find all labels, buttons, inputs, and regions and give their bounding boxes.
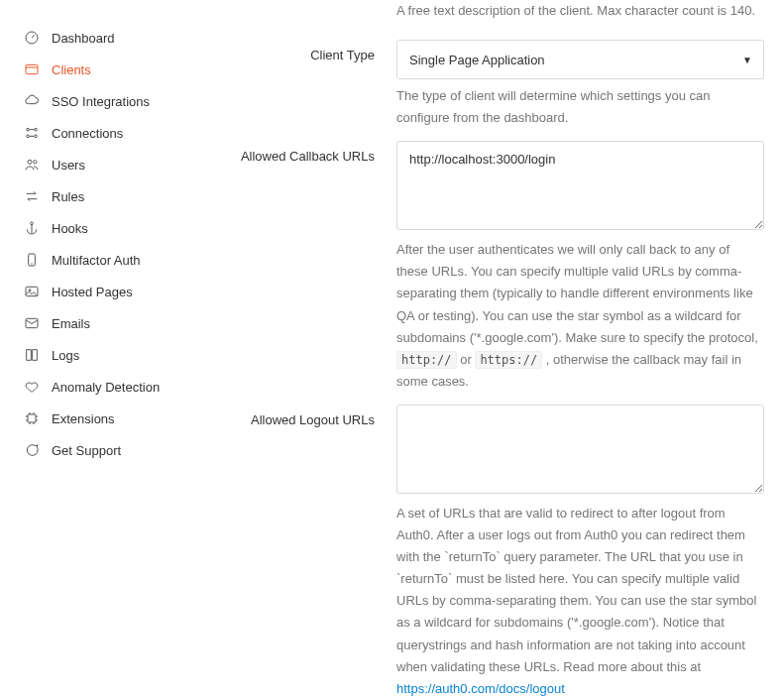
sidebar-item-sso[interactable]: SSO Integrations [24,85,198,117]
sidebar-item-label: Hosted Pages [52,285,133,299]
svg-point-5 [35,135,38,138]
sidebar-item-label: Dashboard [52,31,115,46]
svg-point-7 [34,161,37,164]
client-type-row: Client Type Single Page Application ▼ Th… [198,40,764,129]
gauge-icon [24,30,40,46]
sidebar: Dashboard Clients SSO Integrations Conne… [0,0,198,697]
sidebar-item-label: SSO Integrations [52,94,150,109]
sidebar-item-dashboard[interactable]: Dashboard [24,22,198,54]
code-http: http:// [396,351,457,369]
callback-urls-textarea[interactable] [396,141,764,230]
sidebar-item-label: Extensions [52,411,115,426]
sidebar-item-hosted-pages[interactable]: Hosted Pages [24,276,198,307]
sidebar-item-clients[interactable]: Clients [24,54,198,85]
svg-point-6 [28,160,32,164]
client-type-helper: The type of client will determine which … [396,85,764,129]
heart-icon [24,379,40,395]
sidebar-item-logs[interactable]: Logs [24,339,198,371]
sidebar-item-label: Hooks [52,221,88,236]
sidebar-item-users[interactable]: Users [24,149,198,180]
sidebar-item-hooks[interactable]: Hooks [24,212,198,244]
logout-urls-helper: A set of URLs that are valid to redirect… [396,503,764,697]
sidebar-item-support[interactable]: Get Support [24,434,198,466]
sidebar-item-label: Anomaly Detection [52,380,160,395]
sidebar-item-connections[interactable]: Connections [24,117,198,149]
users-icon [24,157,40,173]
sidebar-item-mfa[interactable]: Multifactor Auth [24,244,198,276]
logout-urls-label: Allowed Logout URLs [251,412,375,427]
mail-icon [24,315,40,331]
client-type-label: Client Type [310,48,375,62]
callback-urls-helper: After the user authenticates we will onl… [396,239,764,393]
sidebar-item-label: Multifactor Auth [52,253,141,268]
sidebar-item-emails[interactable]: Emails [24,307,198,339]
sidebar-item-label: Logs [52,348,79,363]
callback-urls-row: Allowed Callback URLs After the user aut… [198,141,764,393]
book-icon [24,347,40,363]
speech-icon [24,442,40,458]
sidebar-item-label: Users [52,158,85,173]
chip-icon [24,410,40,426]
svg-point-3 [35,128,38,131]
description-helper: A free text description of the client. M… [396,0,764,22]
cloud-icon [24,93,40,109]
sidebar-item-extensions[interactable]: Extensions [24,403,198,434]
logout-docs-link[interactable]: https://auth0.com/docs/logout [396,681,565,696]
connections-icon [24,125,40,141]
code-https: https:// [475,351,542,369]
svg-rect-13 [28,414,36,422]
sidebar-item-label: Get Support [52,443,121,458]
sidebar-item-label: Connections [52,126,123,141]
arrows-icon [24,188,40,204]
svg-rect-1 [26,64,38,73]
sidebar-item-anomaly[interactable]: Anomaly Detection [24,371,198,403]
svg-point-8 [31,222,34,225]
client-type-select[interactable]: Single Page Application [396,40,764,79]
sidebar-item-rules[interactable]: Rules [24,180,198,212]
sidebar-item-label: Emails [52,316,90,331]
svg-point-2 [27,128,30,131]
logout-urls-row: Allowed Logout URLs A set of URLs that a… [198,405,764,697]
main-content: A free text description of the client. M… [198,0,784,697]
svg-point-4 [27,135,30,138]
svg-rect-12 [26,318,38,327]
image-icon [24,284,40,299]
callback-urls-label: Allowed Callback URLs [241,149,375,164]
clients-icon [24,61,40,77]
anchor-icon [24,220,40,236]
sidebar-item-label: Rules [52,189,84,204]
sidebar-item-label: Clients [52,62,91,77]
phone-icon [24,252,40,268]
logout-urls-textarea[interactable] [396,405,764,494]
